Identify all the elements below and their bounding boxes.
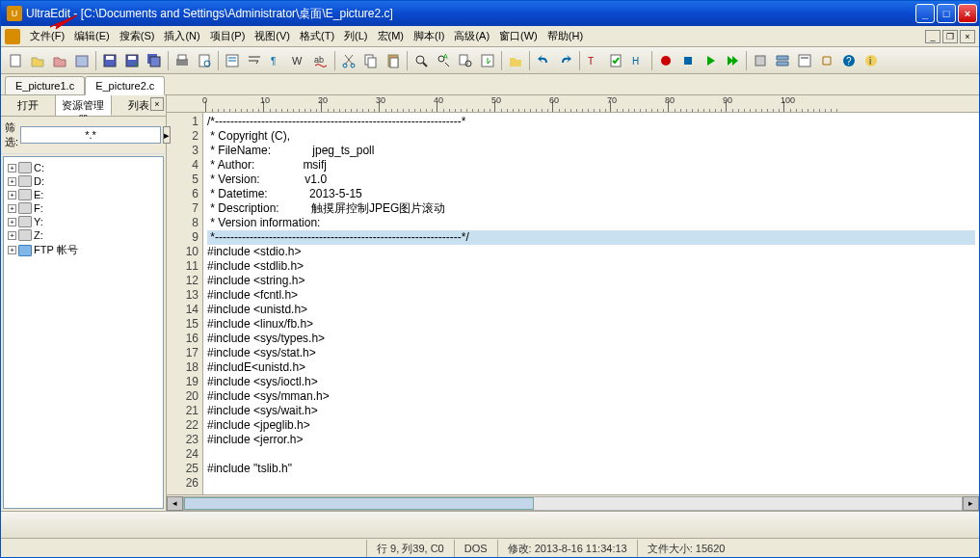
tb-redo[interactable] (555, 50, 576, 71)
tb-save[interactable] (99, 50, 120, 71)
drive-d[interactable]: D: (34, 175, 44, 187)
status-encoding: DOS (455, 540, 498, 557)
menu-macro[interactable]: 宏(M) (374, 27, 409, 45)
sidebar: 打开 资源管理器 列表 × 筛选: ▸ +C: +D: +E: +F: +Y: … (1, 95, 167, 511)
tb-tool3[interactable] (794, 50, 815, 71)
tab-file2[interactable]: E_picture2.c (85, 76, 165, 95)
tb-font[interactable]: W (288, 50, 309, 71)
h-scrollbar[interactable]: ◂ ▸ (167, 494, 979, 511)
drive-tree[interactable]: +C: +D: +E: +F: +Y: +Z: +FTP 帐号 (3, 156, 164, 509)
drive-z[interactable]: Z: (34, 229, 43, 241)
tb-stop[interactable] (677, 50, 699, 71)
menu-window[interactable]: 窗口(W) (495, 27, 542, 45)
minimize-button[interactable]: _ (915, 4, 935, 23)
sidebar-tab-open[interactable]: 打开 (1, 95, 56, 116)
svg-point-24 (416, 56, 424, 64)
tb-playmulti[interactable] (722, 50, 743, 71)
close-button[interactable]: × (958, 4, 977, 23)
mdi-restore-button[interactable]: ❐ (942, 30, 958, 43)
scroll-right-button[interactable]: ▸ (963, 496, 979, 511)
tb-spaces[interactable]: ¶ (266, 50, 287, 71)
svg-text:T: T (588, 56, 594, 66)
menu-project[interactable]: 项目(P) (206, 27, 250, 45)
menu-insert[interactable]: 插入(N) (160, 27, 203, 45)
svg-line-25 (423, 63, 427, 66)
svg-rect-1 (76, 56, 88, 66)
drive-e[interactable]: E: (34, 189, 43, 200)
bt-4[interactable]: U (875, 511, 979, 538)
titlebar: U UltraEdit - [C:\Documents and Settings… (1, 1, 979, 26)
sidebar-close-button[interactable]: × (150, 97, 164, 111)
tb-toc[interactable] (222, 50, 243, 71)
tb-hex[interactable]: H (627, 50, 649, 71)
tb-print[interactable] (172, 50, 193, 71)
code-area[interactable]: /*--------------------------------------… (203, 113, 979, 494)
menu-script[interactable]: 脚本(I) (410, 27, 448, 45)
tb-tool4[interactable] (816, 50, 837, 71)
menu-column[interactable]: 列(L) (340, 27, 371, 45)
tb-tool2[interactable] (772, 50, 793, 71)
svg-rect-9 (178, 55, 186, 60)
menu-search[interactable]: 搜索(S) (116, 27, 159, 45)
ruler (167, 95, 979, 113)
scroll-left-button[interactable]: ◂ (167, 496, 183, 511)
scroll-thumb[interactable] (184, 497, 534, 510)
tb-close[interactable] (49, 50, 70, 71)
tab-file1[interactable]: E_picture1.c (5, 76, 85, 94)
drive-f[interactable]: F: (34, 202, 43, 214)
status-help (1, 540, 367, 557)
tb-saveall[interactable] (144, 50, 165, 71)
tb-record[interactable] (655, 50, 676, 71)
filter-go-button[interactable]: ▸ (163, 126, 171, 144)
tb-find[interactable] (411, 50, 432, 71)
tb-new[interactable] (5, 50, 26, 71)
menu-advanced[interactable]: 高级(A) (450, 27, 493, 45)
drive-c[interactable]: C: (34, 162, 44, 173)
bt-3[interactable]: I (585, 511, 874, 538)
statusbar: 行 9, 列39, C0 DOS 修改: 2013-8-16 11:34:13 … (1, 538, 979, 557)
tb-save-project[interactable] (71, 50, 93, 71)
ftp-accounts[interactable]: FTP 帐号 (34, 243, 78, 257)
file-tabs: E_picture1.c E_picture2.c (1, 74, 979, 95)
filter-label: 筛选: (5, 120, 18, 149)
app-icon: U (7, 6, 22, 21)
tb-undo[interactable] (533, 50, 554, 71)
tb-play[interactable] (700, 50, 721, 71)
menu-file[interactable]: 文件(F) (26, 27, 68, 45)
tb-saveas[interactable] (121, 50, 143, 71)
svg-rect-28 (460, 55, 467, 65)
svg-point-34 (661, 56, 671, 66)
tb-tool1[interactable] (750, 50, 771, 71)
tb-help[interactable]: ? (838, 50, 860, 71)
bt-1[interactable] (5, 511, 294, 538)
menubar: 文件(F) 编辑(E) 搜索(S) 插入(N) 项目(P) 视图(V) 格式(T… (1, 26, 979, 47)
drive-y[interactable]: Y: (34, 216, 43, 227)
bt-2[interactable]: B (295, 511, 584, 538)
menu-format[interactable]: 格式(T) (296, 27, 338, 45)
drive-icon (18, 175, 32, 187)
tb-htmltidy[interactable]: T (583, 50, 604, 71)
menu-edit[interactable]: 编辑(E) (70, 27, 114, 45)
menu-help[interactable]: 帮助(H) (543, 27, 587, 45)
tb-paste[interactable] (383, 50, 404, 71)
mdi-minimize-button[interactable]: _ (925, 30, 940, 43)
tb-cut[interactable] (338, 50, 359, 71)
menu-view[interactable]: 视图(V) (251, 27, 294, 45)
tb-findfiles[interactable] (455, 50, 476, 71)
tb-validate[interactable] (605, 50, 626, 71)
tb-open[interactable] (27, 50, 48, 71)
tb-findrep[interactable]: A (433, 50, 454, 71)
tb-folder[interactable] (505, 50, 526, 71)
sidebar-tab-explorer[interactable]: 资源管理器 (56, 95, 111, 116)
mdi-close-button[interactable]: × (960, 30, 975, 43)
tb-wordwrap[interactable] (244, 50, 265, 71)
svg-text:W: W (292, 55, 303, 66)
filter-input[interactable] (20, 126, 161, 144)
status-position: 行 9, 列39, C0 (367, 540, 455, 557)
tb-about[interactable]: i (861, 50, 882, 71)
tb-copy[interactable] (360, 50, 382, 71)
tb-spell[interactable]: ab (310, 50, 331, 71)
maximize-button[interactable]: □ (937, 4, 956, 23)
tb-goto[interactable] (477, 50, 498, 71)
tb-preview[interactable] (194, 50, 215, 71)
